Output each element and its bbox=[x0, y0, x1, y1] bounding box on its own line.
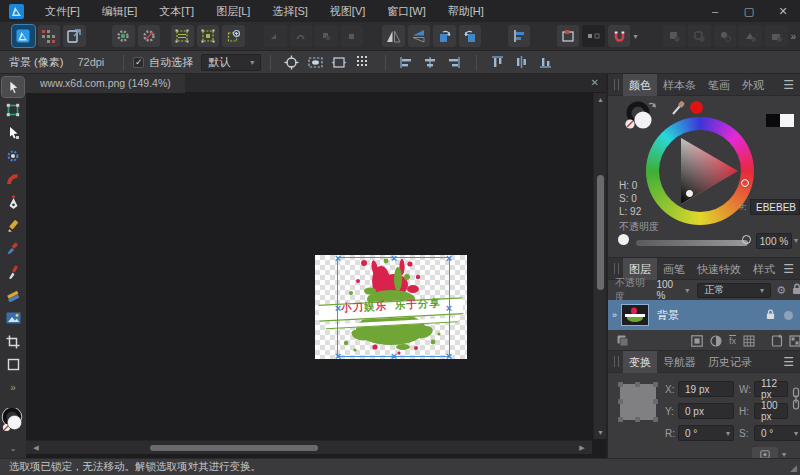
snapping-magnet-button[interactable] bbox=[608, 25, 631, 47]
layer-settings-gear-icon[interactable]: ⚙ bbox=[776, 284, 786, 297]
h-input[interactable]: 100 px bbox=[754, 403, 788, 419]
vertical-scroll-thumb[interactable] bbox=[597, 175, 604, 290]
hsl-triangle[interactable] bbox=[659, 130, 741, 212]
snapping-chevron-icon[interactable]: ▾ bbox=[633, 32, 637, 41]
rotate-cw-button[interactable] bbox=[459, 25, 482, 47]
tab-history[interactable]: 历史记录 bbox=[702, 351, 758, 373]
assets-button-3[interactable] bbox=[714, 25, 737, 47]
eyedropper-icon[interactable] bbox=[670, 100, 686, 120]
selection-handle-sw[interactable]: × bbox=[334, 352, 342, 360]
align-right-icon[interactable] bbox=[443, 53, 465, 72]
vertical-scrollbar[interactable]: ▲ ▼ bbox=[593, 93, 606, 439]
canvas-resize-button[interactable] bbox=[557, 25, 580, 47]
opacity-slider[interactable] bbox=[636, 240, 748, 246]
color-wheel[interactable] bbox=[646, 117, 754, 225]
resize-grip-icon[interactable]: ◢ bbox=[790, 463, 797, 473]
opacity-chevron-icon[interactable]: ▾ bbox=[794, 236, 798, 245]
layer-lock-icon[interactable] bbox=[792, 283, 800, 297]
gear-green-button[interactable] bbox=[112, 25, 135, 47]
menu-window[interactable]: 窗口[W] bbox=[376, 0, 437, 22]
tab-transform[interactable]: 变换 bbox=[623, 351, 657, 373]
pen-tool[interactable] bbox=[2, 193, 24, 213]
assets-button-4[interactable] bbox=[739, 25, 762, 47]
alignment-button[interactable] bbox=[508, 25, 531, 47]
designer-persona-button[interactable] bbox=[12, 25, 35, 47]
more-tools-icon[interactable]: » bbox=[2, 378, 24, 398]
preview-toggle-button[interactable] bbox=[582, 25, 605, 47]
horizontal-scroll-thumb[interactable] bbox=[150, 445, 318, 451]
tab-navigator[interactable]: 导航器 bbox=[657, 351, 702, 373]
menu-help[interactable]: 帮助[H] bbox=[437, 0, 495, 22]
contrast-swatch-pair[interactable] bbox=[766, 114, 794, 127]
align-center-icon[interactable] bbox=[419, 53, 441, 72]
selection-handle-n[interactable]: × bbox=[390, 254, 398, 262]
shear-input[interactable]: 0 °▾ bbox=[754, 425, 800, 441]
hex-input[interactable]: EBEBEB bbox=[750, 199, 800, 215]
pencil-tool[interactable] bbox=[2, 216, 24, 236]
gradient-tool[interactable] bbox=[2, 285, 24, 305]
rasterize-icon[interactable] bbox=[789, 335, 800, 347]
rectangle-tool[interactable] bbox=[2, 355, 24, 375]
arrange-back-button[interactable] bbox=[341, 25, 364, 47]
maximize-button[interactable]: ▢ bbox=[732, 0, 766, 22]
menu-text[interactable]: 文本[T] bbox=[148, 0, 205, 22]
layer-visibility-toggle[interactable] bbox=[784, 311, 793, 320]
crop-tool[interactable] bbox=[2, 332, 24, 352]
fill-stroke-selector[interactable] bbox=[622, 98, 662, 136]
preset-dropdown[interactable]: 默认▾ bbox=[201, 54, 261, 71]
place-image-tool[interactable] bbox=[2, 308, 24, 328]
x-input[interactable]: 19 px bbox=[678, 381, 734, 397]
link-dimensions-icon[interactable] bbox=[792, 387, 800, 415]
tab-stroke[interactable]: 笔画 bbox=[702, 74, 736, 96]
document-tab[interactable]: www.x6d.com.png (149.4%) bbox=[26, 74, 185, 93]
snap-duplicate-button[interactable] bbox=[222, 25, 245, 47]
opacity-value-box[interactable]: 100 % bbox=[756, 233, 792, 249]
arrange-backward-button[interactable] bbox=[315, 25, 338, 47]
scroll-right-icon[interactable]: ▶ bbox=[575, 444, 589, 452]
blend-mode-dropdown[interactable]: 正常▾ bbox=[697, 283, 771, 298]
align-left-icon[interactable] bbox=[395, 53, 417, 72]
assets-button-2[interactable] bbox=[688, 25, 711, 47]
selection-handle-e[interactable]: × bbox=[445, 304, 453, 312]
auto-select-checkbox[interactable]: ✓ bbox=[133, 57, 144, 68]
vector-brush-tool[interactable] bbox=[2, 239, 24, 259]
adjustment-layer-icon[interactable] bbox=[710, 335, 722, 347]
layer-fx-icon[interactable]: fx bbox=[729, 335, 736, 346]
menu-select[interactable]: 选择[S] bbox=[261, 0, 318, 22]
node-tool[interactable] bbox=[2, 123, 24, 143]
flip-vertical-button[interactable] bbox=[408, 25, 431, 47]
layer-thumbnail[interactable] bbox=[621, 304, 649, 326]
tab-styles[interactable]: 样式 bbox=[747, 258, 781, 280]
selection-handle-s[interactable]: × bbox=[390, 352, 398, 360]
target-icon[interactable] bbox=[280, 53, 302, 72]
pixel-persona-button[interactable] bbox=[38, 25, 61, 47]
menu-edit[interactable]: 编辑[E] bbox=[91, 0, 148, 22]
layer-locked-icon[interactable] bbox=[766, 309, 775, 322]
transform-box-icon[interactable] bbox=[328, 53, 350, 72]
layer-name[interactable]: 背景 bbox=[657, 308, 766, 323]
panel-menu-icon[interactable]: ☰ bbox=[783, 78, 794, 92]
panel-grip-icon[interactable] bbox=[614, 79, 619, 90]
anchor-point-selector[interactable] bbox=[620, 384, 656, 420]
rotation-input[interactable]: 0 °▾ bbox=[678, 425, 734, 441]
menu-file[interactable]: 文件[F] bbox=[34, 0, 91, 22]
selection-handle-w[interactable]: × bbox=[334, 304, 342, 312]
y-input[interactable]: 0 px bbox=[678, 403, 734, 419]
snap-grid-2-button[interactable] bbox=[197, 25, 220, 47]
flip-horizontal-button[interactable] bbox=[382, 25, 405, 47]
panel-menu-icon[interactable]: ☰ bbox=[783, 355, 794, 369]
w-input[interactable]: 112 px bbox=[754, 381, 788, 397]
paint-brush-tool[interactable] bbox=[2, 262, 24, 282]
sl-selector-icon[interactable] bbox=[686, 190, 693, 197]
layer-opacity-chevron-icon[interactable]: ▾ bbox=[685, 286, 689, 295]
document-viewport[interactable]: 小刀娱乐 乐于分享 × × × × × × × × bbox=[26, 93, 592, 439]
close-button[interactable]: ✕ bbox=[766, 0, 800, 22]
panel-menu-icon[interactable]: ☰ bbox=[783, 262, 794, 276]
arrange-front-button[interactable] bbox=[264, 25, 287, 47]
opacity-slider-handle[interactable] bbox=[742, 235, 751, 244]
scroll-left-icon[interactable]: ◀ bbox=[29, 444, 43, 452]
align-bottom-icon[interactable] bbox=[534, 53, 556, 72]
minimize-button[interactable]: – bbox=[698, 0, 732, 22]
selection-handle-ne[interactable]: × bbox=[445, 254, 453, 262]
pixel-grid-icon[interactable] bbox=[352, 53, 374, 72]
